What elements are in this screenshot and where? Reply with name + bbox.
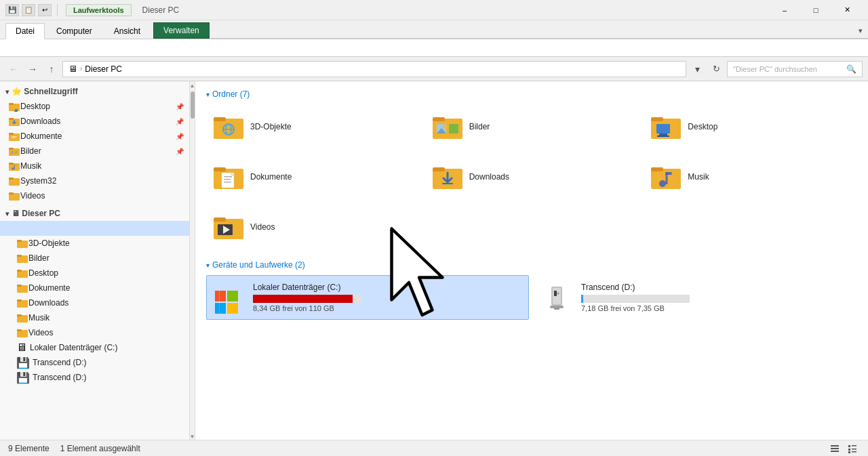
sidebar-item-lokaler-c-pc[interactable]: 🖥 Lokaler Datenträger (C:) (0, 340, 189, 355)
addressbar: ← → ↑ 🖥 › Dieser PC ▾ ↻ "Dieser PC" durc… (0, 57, 868, 81)
svg-rect-35 (17, 329, 22, 331)
svg-rect-73 (215, 303, 226, 314)
properties-icon[interactable]: 📋 (22, 4, 35, 16)
svg-rect-33 (17, 314, 22, 316)
svg-rect-5 (9, 118, 14, 120)
sidebar-item-desktop-pc[interactable]: Desktop (0, 266, 189, 281)
dropdown-button[interactable]: ▾ (689, 61, 705, 77)
laufwerktools-tab[interactable]: Laufwerktools (66, 4, 132, 16)
sidebar-section-schnellzugriff[interactable]: ▾ ⭐ Schnellzugriff (0, 84, 189, 99)
svg-rect-17 (14, 165, 16, 169)
svg-rect-36 (214, 119, 243, 139)
sidebar-scroll-thumb[interactable] (191, 91, 195, 119)
folder-item-dokumente[interactable]: Dokumente (206, 154, 420, 199)
up-button[interactable]: ↑ (43, 61, 60, 77)
back-button[interactable]: ← (5, 61, 22, 77)
sidebar-item-videos-quick[interactable]: Videos (0, 188, 189, 203)
address-bar[interactable]: 🖥 › Dieser PC (62, 61, 686, 77)
address-icon: 🖥 (68, 64, 77, 74)
svg-rect-11 (9, 148, 14, 150)
sidebar-item-bilder-pc[interactable]: Bilder (0, 251, 189, 266)
svg-rect-90 (848, 451, 850, 453)
view-list-button[interactable] (827, 442, 842, 455)
folder-icon (8, 115, 20, 127)
svg-rect-83 (831, 445, 839, 447)
svg-point-82 (557, 293, 559, 295)
svg-rect-72 (227, 291, 238, 302)
svg-rect-59 (433, 167, 445, 171)
ribbon-content (0, 39, 868, 57)
svg-rect-84 (831, 448, 839, 449)
folder-name-videos: Videos (250, 222, 275, 232)
tab-verwalten[interactable]: Verwalten (153, 22, 210, 39)
view-detail-button[interactable] (845, 442, 860, 455)
minimize-button[interactable]: – (769, 0, 800, 20)
sidebar-item-dokumente-pc[interactable]: Dokumente (0, 281, 189, 295)
svg-rect-57 (224, 182, 231, 183)
close-button[interactable]: ✕ (831, 0, 863, 20)
sidebar-item-transcend-d2-pc[interactable]: 💾 Transcend (D:) (0, 370, 189, 385)
sidebar-item-transcend-d-pc[interactable]: 💾 Transcend (D:) (0, 355, 189, 370)
folder-icon-videos (212, 211, 245, 243)
sidebar-item-videos-pc[interactable]: Videos (0, 325, 189, 340)
tab-ansicht[interactable]: Ansicht (104, 23, 151, 39)
svg-rect-86 (848, 445, 850, 447)
drive-item-d[interactable]: Transcend (D:) 7,18 GB frei von 7,35 GB (534, 275, 857, 320)
svg-rect-49 (656, 124, 670, 133)
refresh-button[interactable]: ↻ (708, 61, 724, 77)
svg-rect-1 (9, 103, 14, 105)
svg-rect-88 (848, 449, 850, 451)
folder-item-3dobjekte[interactable]: 3D-Objekte (206, 104, 420, 149)
folder-name-bilder: Bilder (469, 122, 490, 131)
sidebar-item-system32-quick[interactable]: System32 (0, 173, 189, 188)
sidebar-item-dieser-pc-selected[interactable] (0, 221, 189, 236)
main-layout: ▾ ⭐ Schnellzugriff Desktop 📌 (0, 81, 868, 440)
maximize-button[interactable]: □ (800, 0, 831, 20)
folder-item-downloads[interactable]: Downloads (425, 154, 639, 199)
tab-datei[interactable]: Datei (5, 23, 45, 39)
svg-rect-23 (17, 240, 22, 242)
folder-icon (16, 237, 28, 249)
folder-name-3dobjekte: 3D-Objekte (250, 122, 292, 131)
folder-icon (16, 312, 28, 324)
titlebar-quick-access: 💾 📋 ↩ (5, 4, 60, 16)
svg-rect-44 (449, 124, 458, 133)
folder-icon (8, 100, 20, 112)
sidebar-item-downloads-quick[interactable]: Downloads 📌 (0, 114, 189, 129)
dieser-pc-label: 🖥 Dieser PC (12, 209, 60, 218)
save-icon[interactable]: 💾 (5, 4, 19, 16)
folder-item-videos[interactable]: Videos (206, 205, 420, 249)
tab-computer[interactable]: Computer (46, 23, 102, 39)
folder-item-desktop[interactable]: Desktop (644, 104, 857, 149)
sidebar-section-dieser-pc[interactable]: ▾ 🖥 Dieser PC (0, 206, 189, 221)
svg-rect-51 (657, 136, 669, 137)
ribbon-expand-icon[interactable]: ▾ (853, 24, 868, 39)
folder-icon (16, 267, 28, 279)
drive-item-c[interactable]: Lokaler Datenträger (C:) 8,34 GB frei vo… (206, 275, 529, 320)
sidebar-item-bilder-quick[interactable]: Bilder 📌 (0, 144, 189, 159)
folder-name-desktop: Desktop (688, 122, 717, 131)
drive-icon-d (540, 281, 573, 314)
geraete-section-header[interactable]: ▾ Geräte und Laufwerke (2) (206, 260, 857, 270)
sidebar-item-musik-pc[interactable]: Musik (0, 310, 189, 325)
svg-rect-87 (852, 445, 856, 447)
svg-rect-12 (11, 151, 14, 154)
undo-icon[interactable]: ↩ (38, 4, 52, 16)
forward-button[interactable]: → (24, 61, 41, 77)
svg-rect-74 (227, 303, 238, 314)
folder-item-musik[interactable]: Musik (644, 154, 857, 199)
sidebar-item-musik-quick[interactable]: Musik (0, 159, 189, 173)
ordner-section-header[interactable]: ▾ Ordner (7) (206, 89, 857, 99)
sidebar-item-dokumente-quick[interactable]: Dokumente 📌 (0, 129, 189, 144)
svg-rect-85 (831, 451, 839, 452)
sidebar-item-downloads-pc[interactable]: Downloads (0, 295, 189, 310)
svg-rect-3 (15, 109, 18, 112)
drive-grid: Lokaler Datenträger (C:) 8,34 GB frei vo… (206, 275, 857, 320)
svg-point-63 (659, 180, 666, 187)
folder-item-bilder[interactable]: Bilder (425, 104, 639, 149)
search-box[interactable]: "Dieser PC" durchsuchen 🔍 (727, 61, 863, 77)
sidebar-item-3dobjekte-pc[interactable]: 3D-Objekte (0, 236, 189, 251)
sidebar-item-desktop-quick[interactable]: Desktop 📌 (0, 99, 189, 114)
search-icon[interactable]: 🔍 (846, 64, 856, 74)
sidebar-scrollbar[interactable]: ▲ ▼ (190, 81, 195, 440)
